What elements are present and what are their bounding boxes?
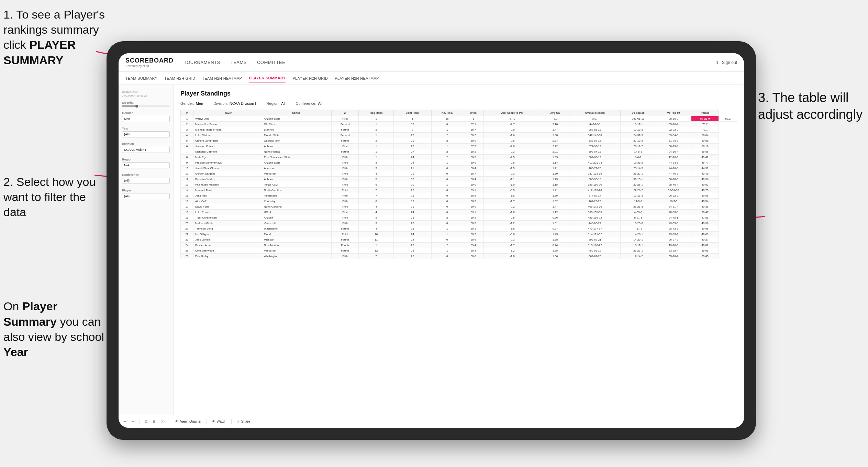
cell-value: 0 (431, 199, 463, 204)
cell-school: Arizona State (262, 116, 331, 122)
sub-nav-team-h2h-grid[interactable]: TEAM H2H GRID (164, 75, 195, 82)
cell-value: 26-25-3 (621, 204, 656, 210)
main-nav: TOURNAMENTS TEAMS COMMITTEE (184, 58, 716, 67)
cell-school: Missouri (262, 237, 331, 243)
cell-value: 3.10 (541, 122, 569, 127)
cell-value: 68.7 (463, 232, 484, 237)
nav-tournaments[interactable]: TOURNAMENTS (184, 58, 220, 67)
cell-player-name: Taehoon Song (193, 226, 262, 232)
share-btn[interactable]: ↗ Share (237, 420, 250, 423)
cell-value: -0.2 (484, 204, 541, 210)
cell-player-name: Luke Claton (193, 133, 262, 138)
grid-btn[interactable]: ⊞ (153, 420, 155, 423)
conference-select[interactable]: (All) (122, 178, 170, 184)
redo-btn[interactable]: ↪ (132, 420, 134, 423)
division-select[interactable]: NCAA Division I (122, 147, 170, 153)
cell-player-name: Michael Thorbjornsen (193, 127, 262, 133)
cell-value: 14-26-1 (621, 232, 656, 237)
cell-value: First (331, 144, 358, 149)
cell-school: Vanderbilt (262, 171, 331, 177)
cell-value: 1.79 (541, 177, 569, 182)
cell-value: 7 (359, 254, 394, 259)
region-select[interactable]: N/A (122, 162, 170, 168)
cell-value: 1 (431, 127, 463, 133)
cell-value: 15 (181, 193, 193, 199)
cell-player-name: Jake Hall (193, 193, 262, 199)
cell-value: 1 (359, 144, 394, 149)
table-row: 13Phichaksn MaichonTexas A&MThird630169.… (181, 182, 737, 188)
cell-value: 12 (181, 177, 193, 182)
rds-slider-container (122, 105, 170, 107)
cell-value: 37 (394, 177, 431, 182)
nav-teams[interactable]: TEAMS (231, 58, 247, 67)
cell-value: 5 (181, 138, 193, 144)
cell-value: 24 (394, 237, 431, 243)
year-select[interactable]: (All) (122, 131, 170, 137)
region-label: Region (122, 158, 170, 161)
cell-value: 13-18-2 (621, 193, 656, 199)
copy-btn[interactable]: ⧉ (145, 420, 147, 424)
cell-value: 387-133-16 (569, 171, 621, 177)
sidebar-year: Year (All) (122, 127, 170, 137)
cell-school: Florida State (262, 133, 331, 138)
cell-value: 4-58-0 (621, 210, 656, 215)
sub-nav-player-h2h-heatmap[interactable]: PLAYER H2H HEATMAP (335, 75, 379, 82)
cell-value: 8-21-1 (621, 215, 656, 221)
cell-value: 2.72 (541, 144, 569, 149)
cell-value: 28-15-0 (656, 116, 691, 122)
cell-value: 66.04 (691, 133, 719, 138)
cell-value: -2.5 (484, 155, 541, 160)
cell-player-name: Matthew Riedel (193, 221, 262, 226)
cell-value: 1.47 (541, 204, 569, 210)
cell-school: North Carolina (262, 188, 331, 193)
cell-value: 9 (359, 221, 394, 226)
sub-nav-player-summary[interactable]: PLAYER SUMMARY (249, 74, 286, 82)
cell-value: 1.98 (541, 133, 569, 138)
table-row: 24Bastien AmatNew MexicoFourth127269.4-1… (181, 243, 737, 248)
cell-value: 6 (181, 144, 193, 149)
cell-value: 1 (431, 232, 463, 237)
gender-select[interactable]: Men (122, 116, 170, 122)
clock-btn[interactable]: 🕐 (160, 420, 165, 423)
logo-scoreboard: SCOREBOARD (125, 57, 174, 64)
cell-value: 2 (181, 122, 193, 127)
cell-value: 28-58-0 (656, 210, 691, 215)
cell-value: 1.47 (541, 127, 569, 133)
cell-value: 0 (431, 177, 463, 182)
cell-value: 0 (431, 122, 463, 127)
cell-value: 605-96-18 (569, 177, 621, 182)
sub-nav-team-summary[interactable]: TEAM SUMMARY (125, 75, 157, 82)
rds-slider[interactable] (122, 105, 170, 107)
undo-btn[interactable]: ↩ (124, 420, 126, 423)
sign-out-link[interactable]: Sign out (722, 60, 737, 65)
cell-value: 20-26-1 (621, 182, 656, 188)
cell-value: 73.1 (691, 127, 719, 133)
nav-committee[interactable]: COMMITTEE (257, 58, 286, 67)
cell-value: 69.1 (463, 210, 484, 215)
cell-value: -1.8 (484, 210, 541, 215)
watch-btn[interactable]: 👁 Watch (212, 420, 226, 423)
player-select[interactable]: (All) (122, 193, 170, 199)
view-original[interactable]: 👁 View: Original (175, 420, 201, 423)
year-label: Year (122, 127, 170, 130)
cell-value: 698-54-13 (569, 149, 621, 155)
cell-value: 12-16-3 (656, 155, 691, 160)
player-label: Player (122, 189, 170, 192)
cell-value: 68.5 (463, 221, 484, 226)
table-row: 2Michael Le SassoOle MissSecond118067.1-… (181, 122, 737, 127)
cell-school: Auburn (262, 177, 331, 182)
content-area: Player Standings Gender: Men Division: N… (174, 85, 744, 415)
cell-value: 406-172-16 (569, 204, 621, 210)
instruction-step1: 1. To see a Player's rankings summary cl… (3, 7, 107, 68)
cell-value: 8 (359, 199, 394, 204)
cell-value: 1 (431, 144, 463, 149)
cell-value: 46.77 (691, 160, 719, 166)
sub-nav-team-h2h-heatmap[interactable]: TEAM H2H HEATMAP (202, 75, 242, 82)
cell-value: 14 (181, 188, 193, 193)
cell-value: 1 (359, 155, 394, 160)
cell-value: 448-85-27 (569, 221, 621, 226)
sub-nav-player-h2h-grid[interactable]: PLAYER H2H GRID (292, 75, 328, 82)
cell-value: -1.8 (484, 254, 541, 259)
cell-value: -1.8 (484, 226, 541, 232)
filter-conference: Conference: All (296, 101, 322, 105)
